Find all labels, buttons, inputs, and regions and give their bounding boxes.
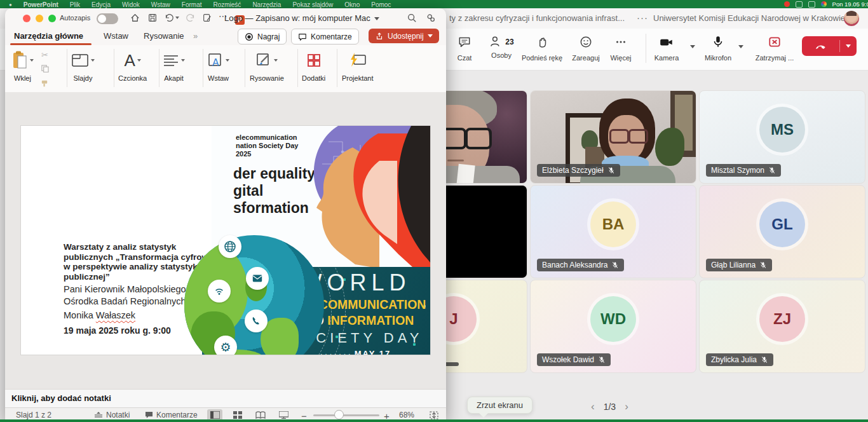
participant-name-label [446, 362, 459, 366]
menu-item-rozmiesc[interactable]: Rozmieść [213, 1, 241, 8]
video-tile-partial[interactable] [446, 90, 527, 184]
menu-item-pokaz-slajdow[interactable]: Pokaz slajdów [292, 1, 333, 8]
presence-share-icon[interactable] [426, 13, 436, 25]
minimize-window-button[interactable] [36, 15, 43, 22]
mic-off-icon [607, 167, 615, 174]
leave-call-button[interactable] [802, 36, 857, 56]
macos-menu-bar: ● PowerPoint Plik Edycja Widok Wstaw For… [0, 0, 868, 8]
video-tile-zbylicka[interactable]: ZJ Zbylicka Julia [699, 280, 865, 373]
paragraph-button[interactable]: Akapit [163, 49, 185, 82]
video-tile-elzbieta[interactable]: Elżbieta Szczygieł [530, 90, 696, 184]
microphone-button[interactable]: Mikrofon [688, 35, 749, 62]
camera-label: Kamera [654, 54, 679, 62]
font-icon: A [124, 49, 140, 72]
zoom-percentage[interactable]: 68% [399, 411, 414, 419]
menu-status-icons: Pon 19.05 9:05 [784, 1, 868, 8]
mic-off-icon [598, 356, 606, 364]
home-icon[interactable] [130, 13, 140, 26]
menu-item-narzedzia[interactable]: Narzędzia [252, 1, 281, 8]
record-label: Nagraj [257, 32, 280, 41]
tab-rysowanie[interactable]: Rysowanie [144, 31, 184, 41]
redo-icon[interactable] [186, 13, 196, 25]
envelope-icon [246, 267, 269, 290]
video-tile-banach[interactable]: BA Banach Aleksandra [530, 185, 696, 278]
draw-label: Rysowanie [250, 74, 284, 82]
zoom-slider-track[interactable] [313, 414, 379, 416]
page-indicator: 1/3 [604, 402, 616, 412]
zoom-slider-thumb[interactable] [334, 410, 344, 419]
page-prev-chevron[interactable]: ‹ [591, 400, 595, 413]
slides-button[interactable]: Slajdy [71, 49, 95, 82]
hangup-options-chevron[interactable] [840, 44, 857, 48]
meeting-title: ty z zakresu cyfryzacji i funkcjonowania… [449, 13, 625, 23]
comments-toggle[interactable]: Komentarze [145, 411, 198, 419]
close-window-button[interactable] [23, 15, 31, 22]
menu-item-edycja[interactable]: Edycja [92, 1, 111, 8]
microphone-dropdown-chevron[interactable] [738, 45, 743, 48]
status-icon[interactable] [808, 1, 815, 8]
notes-pane[interactable]: Kliknij, aby dodać notatki [5, 389, 446, 408]
menu-item-widok[interactable]: Widok [122, 1, 140, 8]
menu-item-powerpoint[interactable]: PowerPoint [24, 1, 58, 8]
paste-button[interactable]: Wklej [11, 49, 34, 82]
title-dropdown-chevron[interactable] [374, 17, 379, 20]
font-button[interactable]: A Czcionka [118, 49, 147, 82]
hangup-phone-icon[interactable] [802, 40, 839, 53]
maximize-window-button[interactable] [48, 15, 56, 22]
addins-button[interactable]: Dodatki [302, 49, 325, 82]
phone-icon [245, 310, 268, 332]
presenter-name[interactable]: Monika Wałaszek [64, 310, 135, 320]
share-button[interactable]: Udostępnij [369, 29, 439, 43]
paste-label: Wklej [14, 74, 31, 82]
menu-clock[interactable]: Pon 19.05 9:05 [832, 1, 868, 8]
save-icon[interactable] [147, 13, 158, 25]
menu-item-pomoc[interactable]: Pomoc [371, 1, 391, 8]
insert-textbox-button[interactable]: A Wstaw [207, 49, 229, 82]
undo-icon[interactable] [164, 13, 179, 23]
tab-narzedzia-glowne[interactable]: Narzędzia główne [14, 31, 83, 41]
mic-off-icon [761, 356, 768, 364]
participant-name-label: Misztal Szymon [706, 164, 781, 177]
page-next-chevron[interactable]: › [625, 400, 628, 413]
tab-wstaw[interactable]: Wstaw [104, 31, 128, 41]
tabs-overflow-chevron[interactable]: » [193, 31, 198, 41]
copy-icon[interactable] [41, 64, 49, 75]
titlebar-more-button[interactable]: ··· [637, 12, 648, 23]
stop-sharing-button[interactable]: Zatrzymaj ... [744, 35, 805, 62]
account-avatar[interactable] [844, 11, 859, 26]
video-tile-wszolek[interactable]: WD Wszołek Dawid [530, 280, 696, 373]
gallery-pagination: ‹ 1/3 › [591, 400, 628, 413]
cut-icon[interactable]: ✂ [41, 50, 48, 60]
menu-item-format[interactable]: Format [182, 1, 202, 8]
menu-item-okno[interactable]: Okno [344, 1, 360, 8]
color-wheel-icon[interactable] [821, 1, 827, 7]
apple-menu-icon[interactable]: ● [9, 2, 12, 8]
recording-indicator-icon[interactable] [784, 1, 790, 7]
slide[interactable]: Warsztaty z analiz statystyk publicznych… [21, 126, 430, 355]
raise-hand-icon [535, 35, 549, 51]
ppt-title-bar[interactable]: Autozapis ⋯ P Logo — Zapisano w: mój kom… [5, 8, 446, 29]
avatar-initials: MS [759, 107, 805, 153]
menu-item-wstaw[interactable]: Wstaw [151, 1, 170, 8]
workshop-date[interactable]: 19 maja 2025 roku g. 9:00 [64, 325, 171, 336]
designer-button[interactable]: Projektant [342, 49, 374, 82]
video-tile-partial-j[interactable]: J [446, 280, 527, 373]
save-as-icon[interactable] [202, 13, 212, 25]
slide-canvas[interactable]: Warsztaty z analiz statystyk publicznych… [5, 92, 446, 389]
video-tile-misztal[interactable]: MS Misztal Szymon [699, 90, 865, 184]
more-dots-icon [614, 35, 628, 51]
designer-label: Projektant [342, 74, 374, 82]
notes-toggle[interactable]: Notatki [94, 411, 130, 419]
draw-button[interactable]: Rysowanie [250, 49, 284, 82]
autosave-toggle[interactable] [97, 13, 118, 24]
status-icon[interactable] [796, 1, 803, 8]
video-tile-black[interactable] [446, 185, 527, 278]
format-painter-icon[interactable] [41, 79, 49, 90]
record-button[interactable]: Nagraj [238, 29, 287, 44]
avatar-initials: GL [759, 201, 805, 247]
menu-item-plik[interactable]: Plik [70, 1, 80, 8]
search-icon[interactable] [407, 13, 417, 25]
video-tile-glab[interactable]: GL Głąb Lilianna [699, 185, 865, 278]
women-profiles-illustration [284, 126, 430, 267]
comments-button[interactable]: Komentarze [291, 29, 359, 44]
